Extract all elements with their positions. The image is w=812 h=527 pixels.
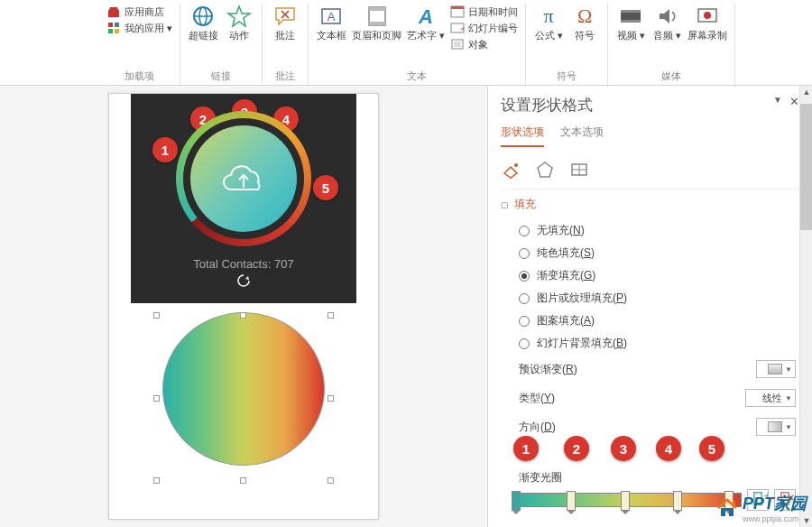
collapse-icon: ▢ (501, 200, 509, 209)
section-label: 填充 (514, 197, 536, 212)
gradient-oval[interactable] (162, 312, 325, 466)
radio-gradient-fill[interactable]: 渐变填充(G) (519, 264, 796, 287)
store-icon (106, 5, 121, 19)
gradient-stop[interactable] (512, 491, 521, 511)
ribbon-audio[interactable]: 音频 ▾ (651, 4, 682, 42)
ribbon-app-store[interactable]: 应用商店 (106, 4, 172, 20)
svg-rect-11 (369, 7, 385, 11)
ribbon-wordart[interactable]: A 艺术字 ▾ (407, 4, 445, 42)
selection-handle[interactable] (328, 395, 334, 402)
selected-shape[interactable] (153, 312, 334, 484)
radio-solid-fill[interactable]: 纯色填充(S) (519, 242, 796, 264)
pane-scrollbar[interactable]: ▲ ▼ (799, 86, 812, 527)
preview-marker-1: 1 (152, 137, 178, 162)
selection-handle[interactable] (240, 477, 246, 484)
pane-dropdown-icon[interactable]: ▼ (773, 95, 782, 108)
ribbon-label: 屏幕录制 (687, 29, 727, 42)
main-area: 1 2 3 4 5 Total Contacts: 707 (0, 86, 812, 527)
stop-marker-3: 3 (611, 436, 636, 461)
preset-dropdown[interactable]: ▼ (756, 360, 796, 378)
svg-text:A: A (418, 5, 433, 28)
ribbon-my-apps[interactable]: 我的应用 ▾ (106, 20, 172, 36)
svg-rect-19 (454, 42, 461, 47)
action-icon (226, 4, 252, 29)
ribbon-group-label: 符号 (557, 69, 577, 83)
radio-pattern-fill[interactable]: 图案填充(A) (519, 310, 796, 332)
svg-rect-1 (115, 23, 119, 27)
myapps-icon (106, 21, 121, 35)
ribbon-textbox[interactable]: A 文本框 (316, 4, 346, 42)
house-logo-icon (715, 496, 739, 520)
stop-marker-4: 4 (656, 436, 681, 461)
effects-icon[interactable] (535, 160, 555, 180)
radio-no-fill[interactable]: 无填充(N) (519, 219, 796, 242)
radio-picture-fill[interactable]: 图片或纹理填充(P) (519, 287, 796, 310)
ribbon-group-symbols: π 公式 ▾ Ω 符号 符号 (526, 4, 608, 85)
selection-handle[interactable] (153, 395, 160, 402)
ribbon-datetime[interactable]: 日期和时间 (450, 4, 518, 20)
ribbon-action[interactable]: 动作 (224, 4, 254, 42)
fill-line-icon[interactable] (501, 160, 521, 180)
ribbon-label: 日期和时间 (468, 5, 518, 19)
gradient-stop[interactable] (673, 491, 682, 511)
selection-handle[interactable] (240, 312, 246, 319)
symbol-icon: Ω (572, 4, 597, 29)
selection-handle[interactable] (328, 312, 334, 319)
radio-icon (519, 316, 530, 327)
radio-icon (519, 338, 530, 349)
equation-icon: π (536, 4, 561, 29)
svg-rect-35 (733, 501, 735, 505)
selection-handle[interactable] (153, 477, 160, 484)
section-fill[interactable]: ▢ 填充 (501, 197, 796, 212)
cloud-upload-icon (218, 162, 269, 195)
prop-type: 类型(Y) 线性▼ (501, 384, 796, 412)
ribbon-label: 文本框 (317, 29, 346, 42)
ribbon-slidenum[interactable]: # 幻灯片编号 (450, 20, 518, 36)
size-props-icon[interactable] (569, 160, 589, 180)
close-icon[interactable]: ✕ (789, 95, 799, 108)
ribbon-label: 公式 ▾ (535, 29, 563, 42)
ribbon-label: 视频 ▾ (617, 29, 645, 42)
ribbon-label: 音频 ▾ (653, 29, 681, 42)
stop-marker-2: 2 (564, 436, 589, 461)
canvas-area[interactable]: 1 2 3 4 5 Total Contacts: 707 (0, 86, 487, 527)
screenrec-icon (695, 4, 720, 29)
radio-slide-bg-fill[interactable]: 幻灯片背景填充(B) (519, 332, 796, 355)
svg-rect-2 (108, 29, 113, 33)
ribbon-video[interactable]: 视频 ▾ (615, 4, 646, 42)
datetime-icon (450, 5, 465, 19)
ribbon-hyperlink[interactable]: 超链接 (188, 4, 218, 42)
direction-dropdown[interactable]: ▼ (756, 418, 796, 436)
ribbon-label: 应用商店 (125, 5, 164, 19)
ribbon-symbol[interactable]: Ω 符号 (569, 4, 600, 42)
ribbon-group-addins: 应用商店 我的应用 ▾ 加载项 (99, 4, 180, 85)
tab-shape-options[interactable]: 形状选项 (501, 125, 544, 147)
ribbon-group-label: 媒体 (661, 69, 681, 83)
gradient-bar[interactable] (513, 493, 742, 507)
stop-marker-1: 1 (513, 436, 539, 461)
pane-category-icons (501, 154, 799, 190)
ribbon-object[interactable]: 对象 (450, 36, 518, 52)
ribbon-label: 超链接 (189, 29, 218, 42)
selection-handle[interactable] (328, 477, 334, 484)
scroll-up-icon[interactable]: ▲ (800, 86, 812, 98)
inner-circle (190, 125, 297, 232)
ribbon-header-footer[interactable]: 页眉和页脚 (352, 4, 401, 42)
prop-direction: 方向(D) ▼ (501, 412, 796, 441)
ribbon-equation[interactable]: π 公式 ▾ (533, 4, 564, 42)
rotate-handle-icon[interactable] (237, 274, 250, 287)
scroll-thumb[interactable] (800, 104, 812, 230)
ribbon-group-label: 批注 (275, 69, 295, 83)
link-icon (190, 4, 216, 29)
ribbon-group-label: 加载项 (125, 69, 154, 83)
ribbon-group-label: 文本 (407, 69, 427, 83)
svg-rect-12 (369, 22, 385, 25)
gradient-stop[interactable] (567, 491, 576, 511)
ribbon-group-comments: 批注 批注 (263, 4, 309, 85)
tab-text-options[interactable]: 文本选项 (560, 125, 604, 147)
type-dropdown[interactable]: 线性▼ (745, 389, 796, 407)
gradient-stop[interactable] (621, 491, 630, 511)
ribbon-screenrec[interactable]: 屏幕录制 (687, 4, 727, 42)
selection-handle[interactable] (153, 312, 160, 319)
ribbon-comment[interactable]: 批注 (270, 4, 300, 42)
